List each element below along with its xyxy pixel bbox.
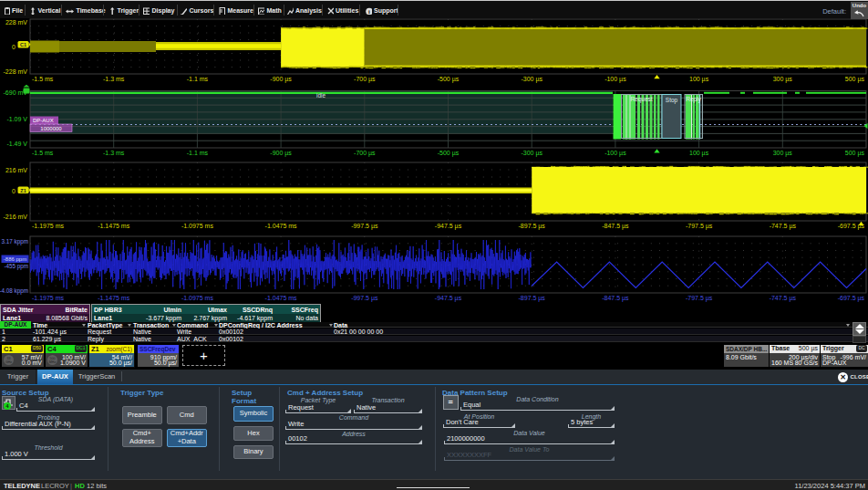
svg-text:3.17 kppm: 3.17 kppm <box>2 238 28 245</box>
svg-text:-1.1975 ms: -1.1975 ms <box>32 223 65 229</box>
svg-text:-797.5 µs: -797.5 µs <box>686 223 713 230</box>
svg-text:-1.3 ms: -1.3 ms <box>103 150 125 156</box>
svg-text:-1.0475 ms: -1.0475 ms <box>265 223 298 229</box>
svg-text:-228 mV: -228 mV <box>4 68 28 75</box>
svg-text:500 µs: 500 µs <box>845 76 865 83</box>
svg-text:-1.1 ms: -1.1 ms <box>187 76 209 82</box>
svg-text:i: i <box>368 8 370 15</box>
svg-text:100 µs: 100 µs <box>689 150 709 157</box>
svg-text:-897.5 µs: -897.5 µs <box>519 295 546 302</box>
svg-text:-1.1975 ms: -1.1975 ms <box>32 295 65 301</box>
svg-text:-886 ppm: -886 ppm <box>4 256 26 262</box>
svg-text:-1.0975 ms: -1.0975 ms <box>181 223 214 229</box>
svg-text:300 µs: 300 µs <box>773 150 793 157</box>
svg-text:-847.5 µs: -847.5 µs <box>602 223 629 230</box>
svg-text:-216 mV: -216 mV <box>4 214 28 220</box>
svg-text:300 µs: 300 µs <box>773 76 793 83</box>
svg-text:0: 0 <box>12 188 16 194</box>
svg-text:Z1: Z1 <box>20 188 26 193</box>
svg-text:-300 µs: -300 µs <box>521 76 542 83</box>
svg-text:Stop: Stop <box>666 97 678 104</box>
svg-text:idle: idle <box>316 92 326 99</box>
svg-text:-847.5 µs: -847.5 µs <box>602 295 629 302</box>
svg-text:228 mV: 228 mV <box>5 19 27 26</box>
svg-text:216 mV: 216 mV <box>5 167 27 173</box>
svg-text:-797.5 µs: -797.5 µs <box>686 295 713 302</box>
svg-text:-1.49 V: -1.49 V <box>6 141 27 147</box>
svg-text:-300 µs: -300 µs <box>521 150 542 157</box>
svg-text:-947.5 µs: -947.5 µs <box>435 295 462 302</box>
svg-text:-700 µs: -700 µs <box>354 76 376 83</box>
svg-text:500 µs: 500 µs <box>845 150 865 157</box>
svg-text:100 µs: 100 µs <box>689 76 709 83</box>
svg-text:-500 µs: -500 µs <box>438 150 460 157</box>
svg-text:1000000: 1000000 <box>40 126 62 131</box>
svg-text:-747.5 µs: -747.5 µs <box>770 223 797 230</box>
svg-text:-947.5 µs: -947.5 µs <box>435 223 462 230</box>
svg-text:-900 µs: -900 µs <box>270 76 292 83</box>
svg-text:-697.5 µs: -697.5 µs <box>838 295 865 302</box>
svg-text:-1.5 ms: -1.5 ms <box>32 76 54 82</box>
svg-text:-1.1475 ms: -1.1475 ms <box>98 223 130 229</box>
svg-text:-900 µs: -900 µs <box>270 150 292 157</box>
svg-text:-1.3 ms: -1.3 ms <box>103 76 125 82</box>
svg-text:Reply: Reply <box>686 96 701 103</box>
svg-text:-1.0475 ms: -1.0475 ms <box>265 295 298 301</box>
svg-text:-1.1475 ms: -1.1475 ms <box>98 295 130 301</box>
svg-text:0: 0 <box>12 44 16 50</box>
svg-text:Request: Request <box>630 96 652 103</box>
svg-text:-100 µs: -100 µs <box>604 150 626 157</box>
svg-text:DP-AUX: DP-AUX <box>33 118 54 123</box>
svg-text:-4.08 kppm: -4.08 kppm <box>0 287 28 295</box>
svg-text:-1.09 V: -1.09 V <box>6 116 27 122</box>
svg-text:C1: C1 <box>20 42 26 47</box>
svg-text:-1.0975 ms: -1.0975 ms <box>181 295 214 301</box>
svg-text:-997.5 µs: -997.5 µs <box>351 223 378 230</box>
svg-text:-455 ppm: -455 ppm <box>4 263 28 270</box>
svg-text:-747.5 µs: -747.5 µs <box>770 295 797 302</box>
svg-text:-1.5 ms: -1.5 ms <box>32 150 54 156</box>
svg-text:-100 µs: -100 µs <box>604 76 626 83</box>
svg-text:-1.1 ms: -1.1 ms <box>187 150 209 156</box>
svg-text:-500 µs: -500 µs <box>438 76 460 83</box>
svg-text:-700 µs: -700 µs <box>354 150 376 157</box>
svg-text:-897.5 µs: -897.5 µs <box>519 223 546 230</box>
svg-text:-997.5 µs: -997.5 µs <box>351 295 378 302</box>
